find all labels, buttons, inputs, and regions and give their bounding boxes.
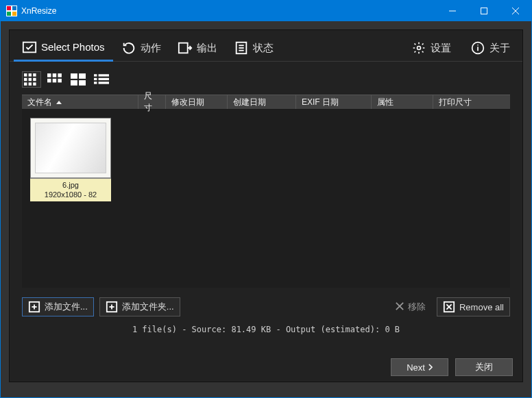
svg-rect-24 (33, 78, 36, 81)
add-folder-button[interactable]: 添加文件夹... (99, 297, 180, 316)
tabs-row: Select Photos 动作 输出 状态 设置 (10, 30, 522, 62)
button-label: 添加文件... (45, 301, 88, 313)
maximize-button[interactable] (468, 1, 500, 21)
col-label: EXIF 日期 (302, 97, 339, 108)
tab-label: 设置 (431, 42, 451, 55)
actions-icon (121, 40, 136, 55)
svg-rect-19 (24, 73, 27, 76)
svg-rect-32 (53, 79, 57, 83)
col-filename[interactable]: 文件名 (22, 95, 138, 109)
svg-rect-1 (7, 6, 11, 10)
col-label: 文件名 (27, 97, 52, 108)
svg-point-18 (477, 45, 479, 46)
tab-settings[interactable]: 设置 (403, 34, 459, 62)
status-line: 1 file(s) - Source: 81.49 KB - Output (e… (10, 316, 522, 340)
window-title: XnResize (21, 6, 56, 16)
col-print-size[interactable]: 打印尺寸 (433, 95, 510, 109)
button-label: 移除 (408, 301, 426, 313)
svg-rect-29 (53, 73, 57, 77)
tab-select-photos[interactable]: Select Photos (14, 34, 113, 62)
gear-icon (411, 40, 426, 55)
thumbnail-info: 1920x1080 - 82 (30, 190, 111, 199)
thumbnail-item[interactable]: 6.jpg 1920x1080 - 82 (30, 118, 111, 201)
svg-rect-39 (99, 74, 109, 76)
col-label: 尺寸 (144, 90, 160, 114)
thumbnail-frame (30, 118, 111, 178)
svg-rect-10 (178, 43, 187, 53)
svg-rect-25 (24, 82, 27, 85)
titlebar: XnResize (1, 1, 531, 21)
tab-actions[interactable]: 动作 (113, 34, 169, 62)
close-dialog-button[interactable]: 关闭 (455, 358, 513, 376)
minimize-button[interactable] (437, 1, 468, 21)
info-icon (470, 40, 485, 55)
view-large-grid-button[interactable] (69, 71, 88, 88)
tab-about[interactable]: 关于 (462, 34, 518, 62)
remove-button[interactable]: 移除 (390, 297, 431, 316)
button-label: 添加文件夹... (122, 301, 174, 313)
tab-status[interactable]: 状态 (226, 34, 282, 62)
column-header: 文件名 尺寸 修改日期 创建日期 EXIF 日期 属性 打印尺寸 (22, 95, 510, 110)
svg-rect-34 (71, 73, 77, 79)
button-label: Remove all (459, 302, 504, 312)
select-photos-icon (22, 40, 37, 55)
col-label: 修改日期 (171, 97, 204, 108)
view-small-grid-button[interactable] (22, 71, 41, 88)
col-exif-date[interactable]: EXIF 日期 (296, 95, 372, 109)
col-modified[interactable]: 修改日期 (166, 95, 228, 109)
remove-all-button[interactable]: Remove all (437, 297, 510, 316)
thumbnail-image (35, 123, 106, 173)
main-panel: Select Photos 动作 输出 状态 设置 (9, 29, 523, 382)
tab-output[interactable]: 输出 (169, 34, 226, 62)
svg-rect-2 (12, 6, 16, 10)
svg-rect-22 (24, 78, 27, 81)
view-medium-grid-button[interactable] (45, 71, 64, 88)
col-created[interactable]: 创建日期 (228, 95, 296, 109)
content-area[interactable]: 6.jpg 1920x1080 - 82 (22, 110, 510, 288)
tab-label: 关于 (489, 42, 510, 55)
col-size[interactable]: 尺寸 (138, 95, 166, 109)
svg-rect-33 (58, 79, 62, 83)
svg-rect-30 (58, 73, 62, 77)
svg-rect-36 (71, 80, 77, 86)
svg-rect-28 (47, 73, 51, 77)
tab-label: 状态 (253, 42, 274, 55)
col-attributes[interactable]: 属性 (372, 95, 433, 109)
svg-rect-40 (94, 78, 97, 80)
svg-rect-4 (12, 12, 16, 16)
button-label: 关闭 (475, 361, 493, 373)
add-file-icon (28, 301, 40, 313)
tab-label: Select Photos (41, 41, 105, 53)
close-button[interactable] (500, 1, 531, 21)
svg-rect-21 (33, 73, 36, 76)
svg-rect-27 (33, 82, 36, 85)
svg-rect-42 (94, 82, 97, 84)
remove-all-icon (443, 301, 455, 313)
svg-rect-20 (29, 73, 32, 76)
thumbnail-filename: 6.jpg (30, 180, 111, 190)
tab-label: 输出 (197, 42, 217, 55)
col-label: 打印尺寸 (439, 97, 472, 108)
col-label: 属性 (377, 97, 394, 108)
svg-rect-41 (99, 78, 109, 80)
svg-rect-6 (481, 8, 487, 14)
view-toolbar (10, 62, 522, 95)
footer-buttons: Next 关闭 (391, 358, 513, 376)
status-icon (234, 40, 249, 55)
thumbnail-caption: 6.jpg 1920x1080 - 82 (30, 178, 111, 201)
sort-indicator-icon (56, 101, 62, 104)
chevron-right-icon (428, 362, 433, 373)
view-list-button[interactable] (92, 71, 111, 88)
svg-rect-31 (47, 79, 51, 83)
svg-rect-38 (94, 74, 97, 76)
remove-icon (396, 302, 404, 312)
svg-rect-35 (79, 73, 86, 79)
svg-rect-3 (7, 12, 11, 16)
svg-rect-26 (29, 82, 32, 85)
tab-label: 动作 (141, 42, 161, 55)
col-label: 创建日期 (233, 97, 266, 108)
add-files-button[interactable]: 添加文件... (22, 297, 94, 316)
next-button[interactable]: Next (391, 358, 448, 376)
svg-rect-23 (29, 78, 32, 81)
button-label: Next (407, 362, 425, 373)
